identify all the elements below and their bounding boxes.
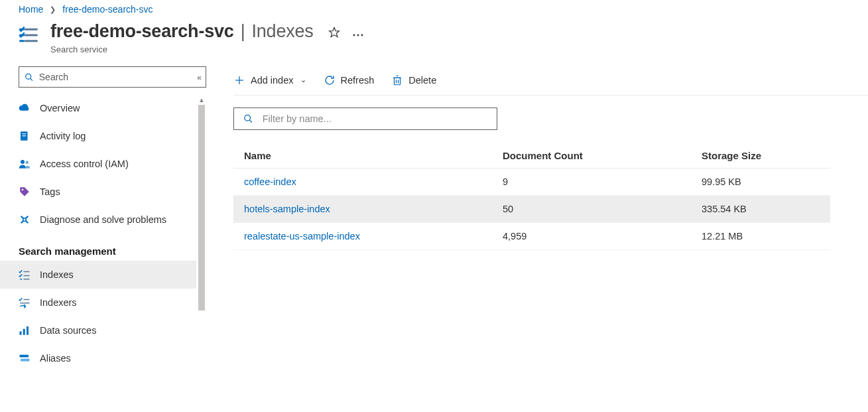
sidebar-item-label: Data sources [40, 325, 96, 336]
collapse-sidebar-icon[interactable]: « [197, 73, 202, 82]
sidebar-item-overview[interactable]: Overview [17, 94, 205, 122]
breadcrumb: Home ❯ free-demo-search-svc [0, 0, 868, 19]
index-name-link[interactable]: hotels-sample-index [233, 196, 492, 223]
svg-point-31 [245, 115, 251, 121]
svg-rect-19 [20, 332, 22, 335]
sidebar-search-input[interactable] [19, 66, 206, 88]
cell-storage: 12.21 MB [691, 223, 830, 250]
scroll-up-icon[interactable]: ▲ [196, 94, 207, 105]
main-content: Add index ⌄ Refresh Delete Name Document… [207, 65, 868, 411]
chevron-down-icon: ⌄ [300, 76, 306, 84]
breadcrumb-current[interactable]: free-demo-search-svc [62, 4, 153, 15]
refresh-label: Refresh [341, 75, 375, 86]
sidebar-item-label: Overview [40, 103, 80, 113]
sidebar-section-search-management: Search management [19, 245, 207, 257]
sidebar-item-label: Activity log [40, 131, 86, 141]
sidebar-item-tags[interactable]: Tags [17, 178, 205, 206]
svg-point-9 [21, 160, 25, 164]
sidebar-item-indexes[interactable]: Indexes [0, 261, 206, 289]
chevron-right-icon: ❯ [50, 5, 56, 14]
trash-icon [391, 74, 403, 86]
sidebar-item-label: Aliases [40, 353, 71, 364]
table-header-row: Name Document Count Storage Size [233, 143, 830, 169]
table-row[interactable]: coffee-index 9 99.95 KB [233, 169, 830, 196]
diagnose-icon [19, 214, 31, 226]
svg-point-3 [361, 34, 363, 36]
svg-marker-0 [329, 28, 339, 37]
sidebar-item-data-sources[interactable]: Data sources [17, 316, 205, 344]
page-tab-name: Indexes [251, 21, 313, 42]
resource-name: free-demo-search-svc [50, 21, 234, 42]
sidebar-item-activity-log[interactable]: Activity log [17, 122, 205, 150]
favorite-star-icon[interactable] [328, 27, 340, 40]
people-icon [19, 158, 31, 170]
delete-label: Delete [408, 75, 436, 86]
page-header: free-demo-search-svc | Indexes Search se… [0, 19, 868, 65]
page-title: free-demo-search-svc | Indexes [50, 21, 314, 42]
table-row[interactable]: hotels-sample-index 50 335.54 KB [233, 196, 830, 223]
col-name[interactable]: Name [233, 143, 492, 169]
index-name-link[interactable]: realestate-us-sample-index [233, 223, 492, 250]
sidebar-item-label: Tags [40, 186, 60, 197]
sidebar-scrollbar[interactable]: ▲ [196, 94, 207, 412]
data-sources-icon [19, 324, 31, 336]
sidebar-item-label: Indexes [40, 269, 74, 280]
cell-docs: 50 [492, 196, 691, 223]
plus-icon [233, 74, 245, 86]
aliases-icon [19, 352, 31, 364]
cell-storage: 335.54 KB [691, 196, 830, 223]
svg-point-12 [23, 218, 27, 222]
col-storage-size[interactable]: Storage Size [691, 143, 830, 169]
indexes-table: Name Document Count Storage Size coffee-… [233, 143, 830, 250]
sidebar-item-label: Access control (IAM) [40, 159, 129, 169]
svg-rect-26 [395, 78, 401, 85]
svg-rect-20 [23, 329, 25, 335]
sidebar-item-label: Diagnose and solve problems [40, 214, 166, 225]
svg-point-4 [26, 74, 31, 79]
add-index-button[interactable]: Add index ⌄ [233, 74, 306, 86]
indexers-icon [19, 297, 31, 309]
sidebar-search-field[interactable] [39, 72, 200, 82]
command-bar: Add index ⌄ Refresh Delete [233, 65, 868, 96]
sidebar-item-aliases[interactable]: Aliases [17, 344, 205, 372]
page-subtitle: Search service [50, 44, 314, 54]
col-document-count[interactable]: Document Count [492, 143, 691, 169]
svg-rect-22 [20, 355, 29, 358]
cell-storage: 99.95 KB [691, 169, 830, 196]
svg-point-11 [22, 189, 24, 191]
cell-docs: 9 [492, 169, 691, 196]
filter-input[interactable] [233, 107, 497, 130]
svg-rect-21 [27, 326, 29, 335]
sidebar-item-diagnose[interactable]: Diagnose and solve problems [17, 206, 205, 234]
breadcrumb-home[interactable]: Home [19, 4, 43, 15]
indexes-icon [19, 269, 31, 281]
cloud-icon [19, 102, 31, 114]
svg-point-2 [357, 34, 359, 36]
refresh-icon [324, 74, 336, 86]
log-icon [19, 130, 31, 142]
refresh-button[interactable]: Refresh [324, 74, 375, 86]
delete-button[interactable]: Delete [391, 74, 436, 86]
filter-field[interactable] [263, 113, 487, 124]
more-actions-icon[interactable] [352, 29, 364, 39]
sidebar-item-indexers[interactable]: Indexers [17, 289, 205, 316]
scroll-thumb[interactable] [198, 105, 205, 310]
resource-icon [19, 25, 38, 45]
table-row[interactable]: realestate-us-sample-index 4,959 12.21 M… [233, 223, 830, 250]
svg-rect-7 [22, 133, 26, 134]
sidebar-item-access-control[interactable]: Access control (IAM) [17, 150, 205, 178]
svg-rect-23 [21, 359, 30, 362]
sidebar-item-label: Indexers [40, 297, 77, 308]
svg-line-32 [249, 120, 252, 123]
svg-rect-8 [22, 135, 26, 136]
search-icon [243, 113, 253, 124]
add-index-label: Add index [251, 75, 294, 86]
svg-point-1 [353, 34, 355, 36]
cell-docs: 4,959 [492, 223, 691, 250]
search-icon [25, 72, 34, 82]
title-separator: | [238, 21, 248, 42]
svg-line-5 [31, 78, 32, 80]
svg-point-10 [26, 161, 29, 165]
sidebar: « Overview Activity log Access control (… [0, 65, 207, 411]
index-name-link[interactable]: coffee-index [233, 169, 492, 196]
